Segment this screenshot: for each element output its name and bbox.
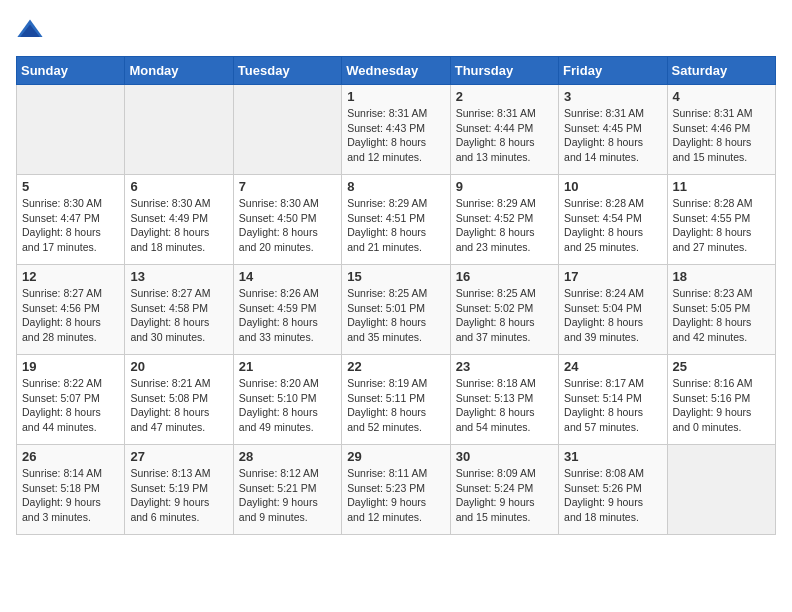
day-info: Sunrise: 8:25 AM Sunset: 5:01 PM Dayligh…: [347, 286, 444, 345]
day-number: 14: [239, 269, 336, 284]
day-number: 30: [456, 449, 553, 464]
day-info: Sunrise: 8:12 AM Sunset: 5:21 PM Dayligh…: [239, 466, 336, 525]
day-info: Sunrise: 8:26 AM Sunset: 4:59 PM Dayligh…: [239, 286, 336, 345]
calendar-cell: [667, 445, 775, 535]
calendar-cell: 16Sunrise: 8:25 AM Sunset: 5:02 PM Dayli…: [450, 265, 558, 355]
calendar-cell: 20Sunrise: 8:21 AM Sunset: 5:08 PM Dayli…: [125, 355, 233, 445]
calendar-cell: [233, 85, 341, 175]
day-info: Sunrise: 8:11 AM Sunset: 5:23 PM Dayligh…: [347, 466, 444, 525]
day-info: Sunrise: 8:22 AM Sunset: 5:07 PM Dayligh…: [22, 376, 119, 435]
day-number: 3: [564, 89, 661, 104]
day-info: Sunrise: 8:09 AM Sunset: 5:24 PM Dayligh…: [456, 466, 553, 525]
header-wednesday: Wednesday: [342, 57, 450, 85]
calendar-cell: 17Sunrise: 8:24 AM Sunset: 5:04 PM Dayli…: [559, 265, 667, 355]
week-row-1: 1Sunrise: 8:31 AM Sunset: 4:43 PM Daylig…: [17, 85, 776, 175]
calendar-cell: 15Sunrise: 8:25 AM Sunset: 5:01 PM Dayli…: [342, 265, 450, 355]
day-number: 15: [347, 269, 444, 284]
calendar-cell: 1Sunrise: 8:31 AM Sunset: 4:43 PM Daylig…: [342, 85, 450, 175]
day-info: Sunrise: 8:28 AM Sunset: 4:55 PM Dayligh…: [673, 196, 770, 255]
calendar-cell: 30Sunrise: 8:09 AM Sunset: 5:24 PM Dayli…: [450, 445, 558, 535]
day-info: Sunrise: 8:16 AM Sunset: 5:16 PM Dayligh…: [673, 376, 770, 435]
header-row: Sunday Monday Tuesday Wednesday Thursday…: [17, 57, 776, 85]
calendar-cell: 28Sunrise: 8:12 AM Sunset: 5:21 PM Dayli…: [233, 445, 341, 535]
day-info: Sunrise: 8:18 AM Sunset: 5:13 PM Dayligh…: [456, 376, 553, 435]
day-number: 28: [239, 449, 336, 464]
day-info: Sunrise: 8:14 AM Sunset: 5:18 PM Dayligh…: [22, 466, 119, 525]
day-info: Sunrise: 8:30 AM Sunset: 4:50 PM Dayligh…: [239, 196, 336, 255]
day-number: 31: [564, 449, 661, 464]
calendar-cell: 18Sunrise: 8:23 AM Sunset: 5:05 PM Dayli…: [667, 265, 775, 355]
header-saturday: Saturday: [667, 57, 775, 85]
day-number: 23: [456, 359, 553, 374]
day-info: Sunrise: 8:31 AM Sunset: 4:45 PM Dayligh…: [564, 106, 661, 165]
day-number: 6: [130, 179, 227, 194]
header-friday: Friday: [559, 57, 667, 85]
day-info: Sunrise: 8:19 AM Sunset: 5:11 PM Dayligh…: [347, 376, 444, 435]
day-info: Sunrise: 8:31 AM Sunset: 4:43 PM Dayligh…: [347, 106, 444, 165]
day-number: 12: [22, 269, 119, 284]
day-info: Sunrise: 8:28 AM Sunset: 4:54 PM Dayligh…: [564, 196, 661, 255]
calendar-cell: 12Sunrise: 8:27 AM Sunset: 4:56 PM Dayli…: [17, 265, 125, 355]
day-info: Sunrise: 8:24 AM Sunset: 5:04 PM Dayligh…: [564, 286, 661, 345]
calendar-cell: 8Sunrise: 8:29 AM Sunset: 4:51 PM Daylig…: [342, 175, 450, 265]
day-number: 8: [347, 179, 444, 194]
day-info: Sunrise: 8:08 AM Sunset: 5:26 PM Dayligh…: [564, 466, 661, 525]
day-info: Sunrise: 8:31 AM Sunset: 4:46 PM Dayligh…: [673, 106, 770, 165]
calendar-cell: 31Sunrise: 8:08 AM Sunset: 5:26 PM Dayli…: [559, 445, 667, 535]
day-info: Sunrise: 8:23 AM Sunset: 5:05 PM Dayligh…: [673, 286, 770, 345]
calendar-header: Sunday Monday Tuesday Wednesday Thursday…: [17, 57, 776, 85]
day-number: 22: [347, 359, 444, 374]
day-number: 10: [564, 179, 661, 194]
calendar-cell: 19Sunrise: 8:22 AM Sunset: 5:07 PM Dayli…: [17, 355, 125, 445]
calendar-cell: 26Sunrise: 8:14 AM Sunset: 5:18 PM Dayli…: [17, 445, 125, 535]
week-row-3: 12Sunrise: 8:27 AM Sunset: 4:56 PM Dayli…: [17, 265, 776, 355]
calendar-cell: 25Sunrise: 8:16 AM Sunset: 5:16 PM Dayli…: [667, 355, 775, 445]
day-info: Sunrise: 8:29 AM Sunset: 4:52 PM Dayligh…: [456, 196, 553, 255]
calendar-cell: 3Sunrise: 8:31 AM Sunset: 4:45 PM Daylig…: [559, 85, 667, 175]
day-number: 13: [130, 269, 227, 284]
calendar-cell: 29Sunrise: 8:11 AM Sunset: 5:23 PM Dayli…: [342, 445, 450, 535]
calendar-cell: 22Sunrise: 8:19 AM Sunset: 5:11 PM Dayli…: [342, 355, 450, 445]
calendar-cell: 23Sunrise: 8:18 AM Sunset: 5:13 PM Dayli…: [450, 355, 558, 445]
day-info: Sunrise: 8:25 AM Sunset: 5:02 PM Dayligh…: [456, 286, 553, 345]
day-number: 24: [564, 359, 661, 374]
calendar-cell: 7Sunrise: 8:30 AM Sunset: 4:50 PM Daylig…: [233, 175, 341, 265]
day-number: 18: [673, 269, 770, 284]
day-number: 17: [564, 269, 661, 284]
page-header: [16, 16, 776, 44]
calendar-cell: [125, 85, 233, 175]
calendar-cell: 10Sunrise: 8:28 AM Sunset: 4:54 PM Dayli…: [559, 175, 667, 265]
calendar-cell: 13Sunrise: 8:27 AM Sunset: 4:58 PM Dayli…: [125, 265, 233, 355]
day-number: 20: [130, 359, 227, 374]
calendar-cell: 27Sunrise: 8:13 AM Sunset: 5:19 PM Dayli…: [125, 445, 233, 535]
day-number: 7: [239, 179, 336, 194]
day-number: 4: [673, 89, 770, 104]
day-info: Sunrise: 8:27 AM Sunset: 4:56 PM Dayligh…: [22, 286, 119, 345]
calendar-cell: 21Sunrise: 8:20 AM Sunset: 5:10 PM Dayli…: [233, 355, 341, 445]
calendar-table: Sunday Monday Tuesday Wednesday Thursday…: [16, 56, 776, 535]
day-number: 21: [239, 359, 336, 374]
day-number: 19: [22, 359, 119, 374]
day-number: 1: [347, 89, 444, 104]
day-number: 27: [130, 449, 227, 464]
day-number: 16: [456, 269, 553, 284]
calendar-cell: 14Sunrise: 8:26 AM Sunset: 4:59 PM Dayli…: [233, 265, 341, 355]
calendar-cell: [17, 85, 125, 175]
day-info: Sunrise: 8:30 AM Sunset: 4:49 PM Dayligh…: [130, 196, 227, 255]
day-number: 2: [456, 89, 553, 104]
day-info: Sunrise: 8:30 AM Sunset: 4:47 PM Dayligh…: [22, 196, 119, 255]
calendar-cell: 5Sunrise: 8:30 AM Sunset: 4:47 PM Daylig…: [17, 175, 125, 265]
day-number: 29: [347, 449, 444, 464]
day-info: Sunrise: 8:13 AM Sunset: 5:19 PM Dayligh…: [130, 466, 227, 525]
day-info: Sunrise: 8:29 AM Sunset: 4:51 PM Dayligh…: [347, 196, 444, 255]
week-row-4: 19Sunrise: 8:22 AM Sunset: 5:07 PM Dayli…: [17, 355, 776, 445]
calendar-cell: 4Sunrise: 8:31 AM Sunset: 4:46 PM Daylig…: [667, 85, 775, 175]
week-row-2: 5Sunrise: 8:30 AM Sunset: 4:47 PM Daylig…: [17, 175, 776, 265]
header-sunday: Sunday: [17, 57, 125, 85]
header-thursday: Thursday: [450, 57, 558, 85]
header-tuesday: Tuesday: [233, 57, 341, 85]
day-number: 9: [456, 179, 553, 194]
day-info: Sunrise: 8:31 AM Sunset: 4:44 PM Dayligh…: [456, 106, 553, 165]
logo-icon: [16, 16, 44, 44]
calendar-cell: 6Sunrise: 8:30 AM Sunset: 4:49 PM Daylig…: [125, 175, 233, 265]
